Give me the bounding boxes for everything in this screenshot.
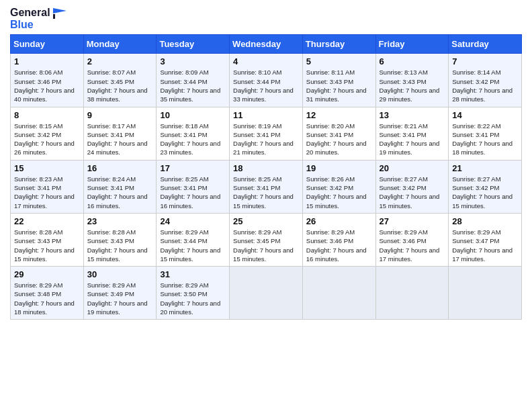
day-number: 24 <box>160 216 226 226</box>
day-info: Sunrise: 8:29 AMSunset: 3:48 PMDaylight:… <box>14 281 80 316</box>
day-number: 20 <box>380 163 445 173</box>
day-number: 27 <box>380 216 445 226</box>
calendar-cell: 2 Sunrise: 8:07 AMSunset: 3:45 PMDayligh… <box>83 54 157 107</box>
col-header-monday: Monday <box>83 35 157 54</box>
day-number: 14 <box>452 110 518 120</box>
calendar-cell <box>302 267 375 320</box>
calendar-cell: 7 Sunrise: 8:14 AMSunset: 3:42 PMDayligh… <box>449 54 522 107</box>
day-info: Sunrise: 8:17 AMSunset: 3:41 PMDaylight:… <box>87 122 153 157</box>
day-number: 23 <box>87 216 153 226</box>
day-number: 22 <box>14 216 80 226</box>
day-info: Sunrise: 8:09 AMSunset: 3:44 PMDaylight:… <box>160 68 226 103</box>
day-number: 17 <box>160 163 226 173</box>
day-number: 13 <box>380 110 445 120</box>
calendar-cell: 26 Sunrise: 8:29 AMSunset: 3:46 PMDaylig… <box>302 213 375 266</box>
day-info: Sunrise: 8:25 AMSunset: 3:41 PMDaylight:… <box>160 175 226 210</box>
calendar-cell: 10 Sunrise: 8:18 AMSunset: 3:41 PMDaylig… <box>157 107 230 160</box>
calendar-cell: 1 Sunrise: 8:06 AMSunset: 3:46 PMDayligh… <box>11 54 84 107</box>
day-number: 4 <box>233 56 299 66</box>
day-number: 26 <box>306 216 372 226</box>
day-info: Sunrise: 8:27 AMSunset: 3:42 PMDaylight:… <box>380 175 445 210</box>
day-info: Sunrise: 8:29 AMSunset: 3:45 PMDaylight:… <box>233 228 299 263</box>
calendar-cell: 13 Sunrise: 8:21 AMSunset: 3:41 PMDaylig… <box>375 107 449 160</box>
calendar-cell: 17 Sunrise: 8:25 AMSunset: 3:41 PMDaylig… <box>157 160 230 213</box>
day-info: Sunrise: 8:27 AMSunset: 3:42 PMDaylight:… <box>452 175 518 210</box>
day-number: 8 <box>14 110 80 120</box>
calendar-cell: 29 Sunrise: 8:29 AMSunset: 3:48 PMDaylig… <box>11 267 84 320</box>
col-header-sunday: Sunday <box>11 35 84 54</box>
col-header-wednesday: Wednesday <box>230 35 303 54</box>
day-info: Sunrise: 8:21 AMSunset: 3:41 PMDaylight:… <box>380 122 445 157</box>
day-number: 9 <box>87 110 153 120</box>
calendar-cell: 12 Sunrise: 8:20 AMSunset: 3:41 PMDaylig… <box>302 107 375 160</box>
day-info: Sunrise: 8:29 AMSunset: 3:44 PMDaylight:… <box>160 228 226 263</box>
day-info: Sunrise: 8:26 AMSunset: 3:42 PMDaylight:… <box>306 175 372 210</box>
header-row: SundayMondayTuesdayWednesdayThursdayFrid… <box>11 35 522 54</box>
page-header: General Blue <box>10 7 522 30</box>
calendar-cell: 11 Sunrise: 8:19 AMSunset: 3:41 PMDaylig… <box>230 107 303 160</box>
calendar-cell: 25 Sunrise: 8:29 AMSunset: 3:45 PMDaylig… <box>230 213 303 266</box>
day-number: 7 <box>452 56 518 66</box>
calendar-cell: 15 Sunrise: 8:23 AMSunset: 3:41 PMDaylig… <box>11 160 84 213</box>
day-number: 6 <box>380 56 445 66</box>
svg-rect-1 <box>53 14 55 19</box>
calendar-cell: 4 Sunrise: 8:10 AMSunset: 3:44 PMDayligh… <box>230 54 303 107</box>
day-info: Sunrise: 8:07 AMSunset: 3:45 PMDaylight:… <box>87 68 153 103</box>
day-number: 15 <box>14 163 80 173</box>
day-info: Sunrise: 8:29 AMSunset: 3:47 PMDaylight:… <box>452 228 518 263</box>
calendar-cell: 8 Sunrise: 8:15 AMSunset: 3:42 PMDayligh… <box>11 107 84 160</box>
calendar-cell: 21 Sunrise: 8:27 AMSunset: 3:42 PMDaylig… <box>449 160 522 213</box>
logo-flag-icon <box>53 8 66 19</box>
calendar-cell: 5 Sunrise: 8:11 AMSunset: 3:43 PMDayligh… <box>302 54 375 107</box>
calendar-cell: 30 Sunrise: 8:29 AMSunset: 3:49 PMDaylig… <box>83 267 157 320</box>
day-info: Sunrise: 8:29 AMSunset: 3:46 PMDaylight:… <box>306 228 372 263</box>
day-info: Sunrise: 8:11 AMSunset: 3:43 PMDaylight:… <box>306 68 372 103</box>
calendar-cell: 20 Sunrise: 8:27 AMSunset: 3:42 PMDaylig… <box>375 160 449 213</box>
day-info: Sunrise: 8:23 AMSunset: 3:41 PMDaylight:… <box>14 175 80 210</box>
day-info: Sunrise: 8:18 AMSunset: 3:41 PMDaylight:… <box>160 122 226 157</box>
logo: General Blue <box>10 7 66 30</box>
day-number: 29 <box>14 269 80 279</box>
day-info: Sunrise: 8:25 AMSunset: 3:41 PMDaylight:… <box>233 175 299 210</box>
day-info: Sunrise: 8:24 AMSunset: 3:41 PMDaylight:… <box>87 175 153 210</box>
day-info: Sunrise: 8:14 AMSunset: 3:42 PMDaylight:… <box>452 68 518 103</box>
col-header-tuesday: Tuesday <box>157 35 230 54</box>
calendar-cell: 6 Sunrise: 8:13 AMSunset: 3:43 PMDayligh… <box>375 54 449 107</box>
day-number: 30 <box>87 269 153 279</box>
calendar-cell: 3 Sunrise: 8:09 AMSunset: 3:44 PMDayligh… <box>157 54 230 107</box>
week-row-4: 22 Sunrise: 8:28 AMSunset: 3:43 PMDaylig… <box>11 213 522 266</box>
calendar-cell: 19 Sunrise: 8:26 AMSunset: 3:42 PMDaylig… <box>302 160 375 213</box>
day-info: Sunrise: 8:15 AMSunset: 3:42 PMDaylight:… <box>14 122 80 157</box>
calendar-cell <box>230 267 303 320</box>
calendar-cell: 16 Sunrise: 8:24 AMSunset: 3:41 PMDaylig… <box>83 160 157 213</box>
col-header-saturday: Saturday <box>449 35 522 54</box>
day-info: Sunrise: 8:29 AMSunset: 3:50 PMDaylight:… <box>160 281 226 316</box>
day-info: Sunrise: 8:29 AMSunset: 3:49 PMDaylight:… <box>87 281 153 316</box>
day-number: 28 <box>452 216 518 226</box>
week-row-5: 29 Sunrise: 8:29 AMSunset: 3:48 PMDaylig… <box>11 267 522 320</box>
day-number: 1 <box>14 56 80 66</box>
week-row-2: 8 Sunrise: 8:15 AMSunset: 3:42 PMDayligh… <box>11 107 522 160</box>
day-info: Sunrise: 8:28 AMSunset: 3:43 PMDaylight:… <box>14 228 80 263</box>
calendar-cell: 18 Sunrise: 8:25 AMSunset: 3:41 PMDaylig… <box>230 160 303 213</box>
col-header-friday: Friday <box>375 35 449 54</box>
day-number: 16 <box>87 163 153 173</box>
calendar-cell: 22 Sunrise: 8:28 AMSunset: 3:43 PMDaylig… <box>11 213 84 266</box>
day-number: 31 <box>160 269 226 279</box>
svg-marker-0 <box>53 8 66 13</box>
col-header-thursday: Thursday <box>302 35 375 54</box>
week-row-3: 15 Sunrise: 8:23 AMSunset: 3:41 PMDaylig… <box>11 160 522 213</box>
calendar-table: SundayMondayTuesdayWednesdayThursdayFrid… <box>10 34 522 320</box>
day-number: 21 <box>452 163 518 173</box>
calendar-cell <box>449 267 522 320</box>
day-number: 11 <box>233 110 299 120</box>
calendar-cell: 23 Sunrise: 8:28 AMSunset: 3:43 PMDaylig… <box>83 213 157 266</box>
day-number: 18 <box>233 163 299 173</box>
day-info: Sunrise: 8:20 AMSunset: 3:41 PMDaylight:… <box>306 122 372 157</box>
calendar-cell: 24 Sunrise: 8:29 AMSunset: 3:44 PMDaylig… <box>157 213 230 266</box>
day-number: 2 <box>87 56 153 66</box>
day-number: 5 <box>306 56 372 66</box>
day-info: Sunrise: 8:28 AMSunset: 3:43 PMDaylight:… <box>87 228 153 263</box>
calendar-cell: 9 Sunrise: 8:17 AMSunset: 3:41 PMDayligh… <box>83 107 157 160</box>
day-info: Sunrise: 8:29 AMSunset: 3:46 PMDaylight:… <box>380 228 445 263</box>
